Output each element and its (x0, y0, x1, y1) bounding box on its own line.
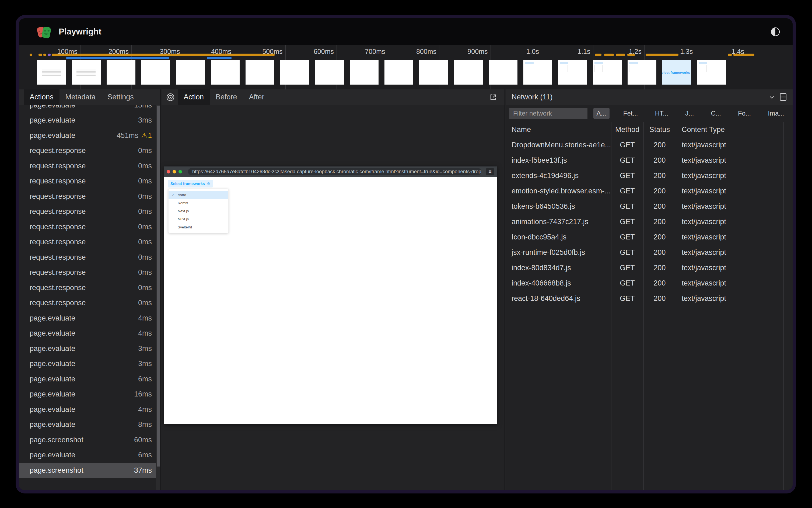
action-row[interactable]: request.response0ms (19, 143, 156, 159)
menu-item-remix[interactable]: ✓Remix (169, 199, 228, 207)
action-row[interactable]: page.evaluate8ms (19, 417, 156, 433)
filmstrip-thumbnail[interactable] (489, 60, 517, 85)
action-row[interactable]: page.evaluate4ms (19, 402, 156, 417)
network-request-row[interactable]: index-406668b8.jsGET200text/javascript (506, 276, 793, 291)
column-content-type[interactable]: Content Type (676, 126, 725, 134)
filmstrip-thumbnail[interactable] (558, 60, 587, 85)
action-name: request.response (30, 146, 138, 155)
filmstrip-thumbnail[interactable] (697, 60, 726, 85)
menu-item-nextjs[interactable]: ✓Next.js (169, 207, 228, 215)
filter-chip[interactable]: A... (593, 108, 610, 119)
action-row[interactable]: page.evaluate4ms (19, 310, 156, 326)
action-row[interactable]: request.response0ms (19, 235, 156, 250)
menu-item-sveltekit[interactable]: ✓SvelteKit (169, 223, 228, 231)
action-duration: 4ms (138, 329, 152, 338)
action-row[interactable]: request.response0ms (19, 250, 156, 265)
filmstrip-thumbnail[interactable] (72, 60, 101, 85)
filmstrip-thumbnail[interactable] (141, 60, 170, 85)
action-row[interactable]: request.response0ms (19, 174, 156, 189)
filmstrip-thumbnail[interactable] (628, 60, 657, 85)
action-row[interactable]: page.evaluate3ms (19, 113, 156, 128)
browser-menu-icon[interactable]: ≡ (486, 168, 494, 175)
select-frameworks-button[interactable]: Select frameworks ⚙ (168, 180, 213, 187)
pick-locator-icon[interactable] (166, 93, 175, 102)
action-row[interactable]: page.screenshot60ms (19, 432, 156, 448)
filter-chip[interactable]: Ima... (765, 108, 787, 119)
menu-item-astro[interactable]: ✓Astro (169, 191, 228, 199)
address-bar[interactable]: https://642d765a7e8afcfb104268dc-zczjtas… (188, 168, 481, 175)
filmstrip-thumbnail[interactable] (280, 60, 309, 85)
action-row[interactable]: request.response0ms (19, 295, 156, 311)
filmstrip: Select frameworks ⚙ (19, 45, 793, 89)
thumbnail-content (561, 66, 567, 71)
action-duration: 0ms (138, 238, 152, 246)
action-row[interactable]: page.evaluate16ms (19, 387, 156, 402)
filmstrip-thumbnail[interactable] (37, 60, 66, 85)
filter-chip[interactable]: Fo... (735, 108, 754, 119)
filmstrip-thumbnail[interactable] (315, 60, 344, 85)
action-duration: 0ms (138, 162, 152, 170)
tab-settings[interactable]: Settings (101, 89, 140, 105)
traffic-light-minimize (173, 170, 176, 173)
request-status: 200 (643, 279, 676, 287)
warning-icon: ⚠ (141, 131, 147, 140)
action-row[interactable]: page.evaluate6ms (19, 448, 156, 463)
chevron-down-icon[interactable] (768, 94, 775, 101)
action-row[interactable]: request.response0ms (19, 204, 156, 219)
scrollbar-thumb[interactable] (157, 105, 160, 467)
action-row[interactable]: page.evaluate3ms (19, 356, 156, 372)
network-request-row[interactable]: jsx-runtime-f025d0fb.jsGET200text/javasc… (506, 245, 793, 260)
action-row[interactable]: request.response0ms (19, 280, 156, 295)
open-external-icon[interactable] (489, 93, 498, 101)
action-row[interactable]: page.evaluate451ms⚠1 (19, 128, 156, 143)
tab-before[interactable]: Before (210, 89, 243, 105)
filter-chip[interactable]: HT... (652, 108, 672, 119)
filter-network-input[interactable] (509, 108, 587, 119)
filmstrip-thumbnail[interactable] (524, 60, 552, 85)
filmstrip-thumbnail[interactable] (211, 60, 240, 85)
filmstrip-thumbnail[interactable] (385, 60, 413, 85)
action-row[interactable]: page.screenshot37ms (19, 463, 156, 478)
tab-metadata[interactable]: Metadata (59, 89, 102, 105)
filmstrip-thumbnail[interactable] (106, 60, 135, 85)
menu-item-nuxtjs[interactable]: ✓Nuxt.js (169, 215, 228, 223)
column-name[interactable]: Name (506, 126, 611, 134)
filmstrip-thumbnail[interactable] (593, 60, 622, 85)
action-row[interactable]: page.evaluate4ms (19, 326, 156, 341)
action-row[interactable]: page.evaluate15ms (19, 105, 156, 113)
network-request-row[interactable]: tokens-b6450536.jsGET200text/javascript (506, 199, 793, 214)
column-method[interactable]: Method (611, 126, 643, 134)
network-request-row[interactable]: react-18-640ded64.jsGET200text/javascrip… (506, 291, 793, 306)
panel-layout-icon[interactable] (779, 93, 787, 101)
action-row[interactable]: request.response0ms (19, 189, 156, 204)
actions-scrollbar[interactable] (156, 105, 161, 490)
tab-action[interactable]: Action (178, 89, 210, 105)
filmstrip-thumbnail[interactable] (419, 60, 448, 85)
network-request-row[interactable]: emotion-styled.browser.esm-...GET200text… (506, 183, 793, 199)
filter-chip[interactable]: C... (708, 108, 724, 119)
action-row[interactable]: request.response0ms (19, 265, 156, 281)
network-request-row[interactable]: index-80d834d7.jsGET200text/javascript (506, 260, 793, 276)
filmstrip-thumbnail[interactable] (454, 60, 483, 85)
filmstrip-thumbnail[interactable] (350, 60, 378, 85)
action-row[interactable]: page.evaluate6ms (19, 372, 156, 387)
filmstrip-thumbnail[interactable] (245, 60, 274, 85)
network-request-row[interactable]: extends-4c19d496.jsGET200text/javascript (506, 168, 793, 183)
theme-toggle-icon[interactable] (769, 26, 781, 38)
network-request-row[interactable]: animations-7437c217.jsGET200text/javascr… (506, 214, 793, 229)
network-request-row[interactable]: index-f5bee13f.jsGET200text/javascript (506, 153, 793, 168)
filter-chip[interactable]: Fet... (620, 108, 641, 119)
filmstrip-thumbnail[interactable] (176, 60, 205, 85)
tab-actions[interactable]: Actions (24, 89, 59, 105)
action-duration: 4ms (138, 406, 152, 414)
filter-chip[interactable]: J... (682, 108, 697, 119)
column-status[interactable]: Status (643, 126, 676, 134)
action-row[interactable]: request.response0ms (19, 158, 156, 174)
network-request-row[interactable]: DropdownMenu.stories-ae1e...GET200text/j… (506, 137, 793, 153)
action-name: page.screenshot (30, 466, 134, 475)
filmstrip-thumbnail[interactable]: Select frameworks ⚙ (662, 60, 691, 85)
action-row[interactable]: page.evaluate3ms (19, 341, 156, 356)
tab-after[interactable]: After (243, 89, 270, 105)
action-row[interactable]: request.response0ms (19, 219, 156, 235)
network-request-row[interactable]: Icon-dbcc95a4.jsGET200text/javascript (506, 229, 793, 245)
